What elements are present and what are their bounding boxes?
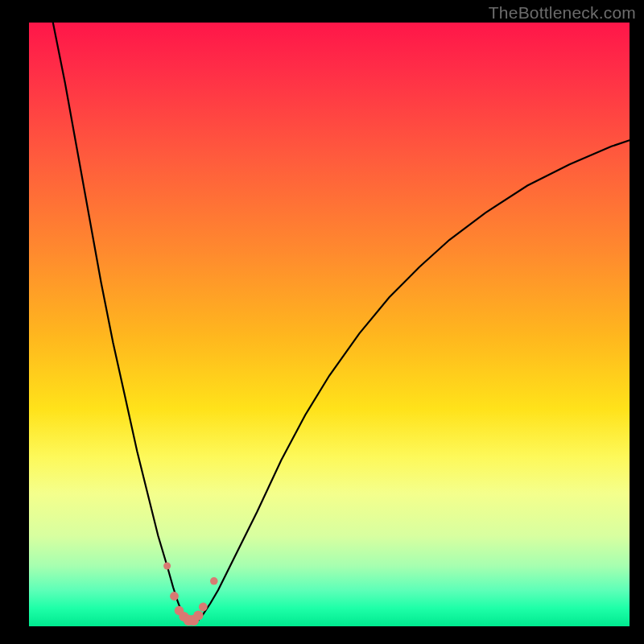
curve-marker bbox=[163, 563, 171, 570]
curve-svg bbox=[29, 23, 630, 626]
curve-marker bbox=[193, 610, 203, 620]
chart-frame: TheBottleneck.com bbox=[0, 0, 644, 644]
curve-marker bbox=[170, 592, 179, 601]
watermark-text: TheBottleneck.com bbox=[489, 3, 636, 23]
curve-markers bbox=[163, 563, 218, 626]
curve-marker bbox=[199, 603, 208, 612]
plot-area bbox=[29, 23, 630, 626]
bottleneck-curve-path bbox=[53, 23, 630, 621]
curve-marker bbox=[210, 577, 218, 585]
